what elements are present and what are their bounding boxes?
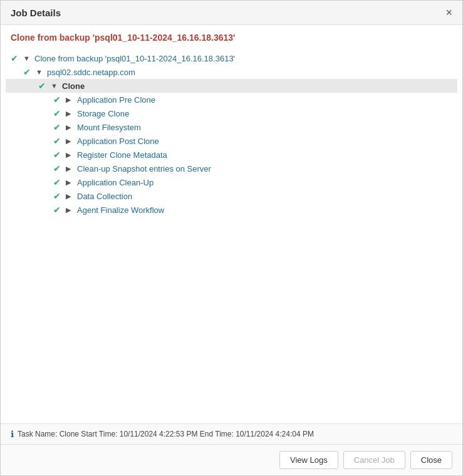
close-button[interactable]: Close [410, 451, 452, 469]
expand-icon-root[interactable]: ▼ [23, 54, 32, 62]
tree-row-storage-clone[interactable]: ✔▶Storage Clone [11, 106, 452, 120]
tree-row-host[interactable]: ✔▼psql02.sddc.netapp.com [11, 65, 452, 79]
tree-label-agent-finalize: Agent Finalize Workflow [77, 205, 164, 215]
tree-row-cleanup-snapshot[interactable]: ✔▶Clean-up Snapshot entries on Server [11, 162, 452, 175]
expand-icon-clone[interactable]: ▼ [51, 82, 60, 90]
tree-label-clone: Clone [62, 81, 85, 91]
job-details-dialog: Job Details × Clone from backup 'psql01_… [0, 0, 463, 476]
tree-label-app-cleanup: Application Clean-Up [77, 178, 153, 187]
dialog-body: Clone from backup 'psql01_10-11-2024_16.… [1, 25, 462, 423]
tree-row-root[interactable]: ✔▼Clone from backup 'psql01_10-11-2024_1… [11, 51, 452, 65]
tree-label-host: psql02.sddc.netapp.com [47, 68, 135, 77]
tree-row-agent-finalize[interactable]: ✔▶Agent Finalize Workflow [11, 203, 452, 217]
check-icon-host: ✔ [23, 67, 36, 77]
close-icon[interactable]: × [445, 7, 452, 18]
check-icon-agent-finalize: ✔ [53, 205, 66, 215]
expand-icon-mount-filesystem[interactable]: ▶ [66, 123, 75, 132]
cancel-job-button[interactable]: Cancel Job [343, 451, 405, 469]
dialog-header: Job Details × [1, 1, 462, 25]
info-icon: ℹ [11, 429, 14, 439]
tree-label-app-post-clone: Application Post Clone [77, 137, 159, 146]
main-job-title: Clone from backup 'psql01_10-11-2024_16.… [11, 33, 452, 43]
tree-label-register-clone-metadata: Register Clone Metadata [77, 150, 167, 160]
tree-label-cleanup-snapshot: Clean-up Snapshot entries on Server [77, 164, 211, 173]
check-icon-storage-clone: ✔ [53, 108, 66, 118]
dialog-title: Job Details [11, 8, 61, 18]
tree-label-root: Clone from backup 'psql01_10-11-2024_16.… [34, 54, 235, 63]
expand-icon-app-post-clone[interactable]: ▶ [66, 137, 75, 145]
expand-icon-data-collection[interactable]: ▶ [66, 192, 75, 200]
tree-label-storage-clone: Storage Clone [77, 109, 129, 118]
check-icon-data-collection: ✔ [53, 191, 66, 201]
footer-info-text: Task Name: Clone Start Time: 10/11/2024 … [18, 430, 314, 438]
expand-icon-app-cleanup[interactable]: ▶ [66, 178, 75, 187]
check-icon-root: ✔ [11, 53, 23, 63]
tree-row-data-collection[interactable]: ✔▶Data Collection [11, 189, 452, 203]
expand-icon-app-pre-clone[interactable]: ▶ [66, 96, 75, 104]
tree-label-mount-filesystem: Mount Filesystem [77, 123, 141, 132]
footer-info: ℹ Task Name: Clone Start Time: 10/11/202… [1, 423, 462, 444]
check-icon-cleanup-snapshot: ✔ [53, 163, 66, 173]
check-icon-app-post-clone: ✔ [53, 136, 66, 146]
check-icon-clone: ✔ [38, 81, 51, 91]
view-logs-button[interactable]: View Logs [279, 451, 338, 469]
expand-icon-cleanup-snapshot[interactable]: ▶ [66, 165, 75, 173]
tree-row-app-pre-clone[interactable]: ✔▶Application Pre Clone [11, 93, 452, 106]
tree-row-app-post-clone[interactable]: ✔▶Application Post Clone [11, 134, 452, 148]
tree-label-app-pre-clone: Application Pre Clone [77, 95, 155, 105]
tree-row-app-cleanup[interactable]: ✔▶Application Clean-Up [11, 175, 452, 189]
job-tree: ✔▼Clone from backup 'psql01_10-11-2024_1… [11, 51, 452, 217]
expand-icon-register-clone-metadata[interactable]: ▶ [66, 151, 75, 159]
tree-row-clone[interactable]: ✔▼Clone [6, 79, 457, 93]
tree-label-data-collection: Data Collection [77, 192, 132, 201]
check-icon-register-clone-metadata: ✔ [53, 150, 66, 160]
check-icon-app-pre-clone: ✔ [53, 95, 66, 105]
expand-icon-storage-clone[interactable]: ▶ [66, 110, 75, 118]
footer-buttons: View Logs Cancel Job Close [1, 444, 462, 475]
tree-row-mount-filesystem[interactable]: ✔▶Mount Filesystem [11, 120, 452, 134]
check-icon-app-cleanup: ✔ [53, 177, 66, 187]
check-icon-mount-filesystem: ✔ [53, 122, 66, 132]
expand-icon-host[interactable]: ▼ [36, 68, 44, 76]
expand-icon-agent-finalize[interactable]: ▶ [66, 206, 75, 214]
tree-row-register-clone-metadata[interactable]: ✔▶Register Clone Metadata [11, 148, 452, 162]
